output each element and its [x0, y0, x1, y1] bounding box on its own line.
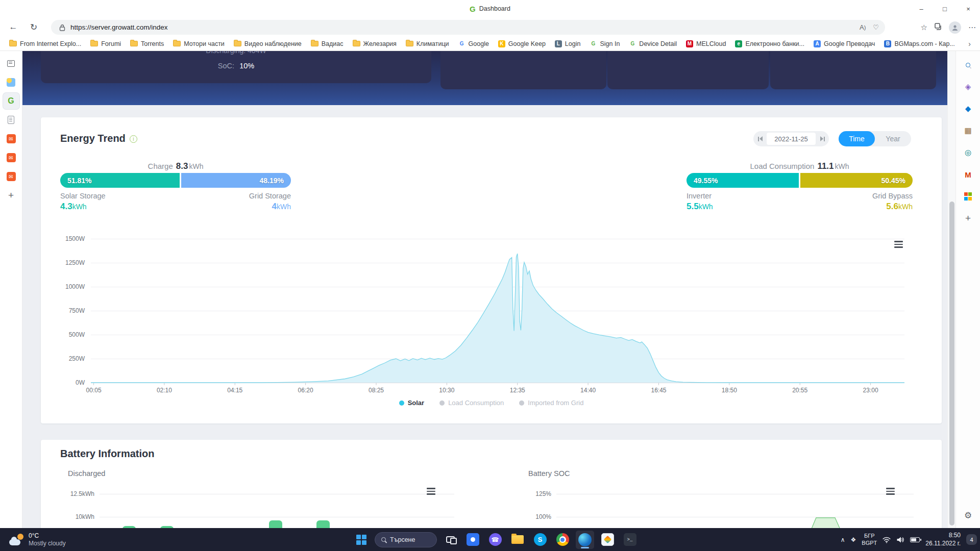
- task-view-button[interactable]: [441, 531, 459, 549]
- back-icon[interactable]: ←: [6, 20, 20, 34]
- tray-expand-icon[interactable]: ∧: [841, 536, 845, 543]
- maximize-button[interactable]: □: [933, 0, 957, 17]
- discharging-text: Discharging: 404W: [206, 51, 266, 55]
- notification-badge[interactable]: 4: [966, 534, 977, 545]
- tab-growatt-icon[interactable]: G: [3, 93, 19, 109]
- refresh-icon[interactable]: ↻: [27, 20, 41, 34]
- app-file-explorer[interactable]: [508, 531, 527, 549]
- settings-more-icon[interactable]: ⋯: [968, 23, 976, 32]
- app-edge[interactable]: [576, 531, 594, 549]
- legend-item[interactable]: Solar: [399, 399, 425, 407]
- tab-mail-1-icon[interactable]: ✉: [3, 131, 19, 147]
- sidebar-tools-icon[interactable]: ▦: [960, 122, 977, 139]
- profile-avatar[interactable]: [949, 21, 961, 34]
- bookmark-item[interactable]: BBGMaps.com - Кар...: [880, 39, 959, 49]
- tab-document-icon[interactable]: [3, 112, 19, 128]
- dropbox-icon[interactable]: ❖: [851, 536, 856, 543]
- app-chrome[interactable]: [553, 531, 572, 549]
- bookmark-item[interactable]: MMELCloud: [682, 39, 730, 49]
- app-terminal[interactable]: >_: [621, 531, 639, 549]
- app-camera[interactable]: [463, 531, 482, 549]
- sidebar-discover-icon[interactable]: ◈: [960, 78, 977, 95]
- dashboard-hero-band: Discharging: 404W SoC: 10%: [22, 51, 947, 105]
- sidebar-msn-icon[interactable]: M: [960, 166, 977, 183]
- active-tab[interactable]: G Dashboard: [0, 0, 980, 17]
- discharged-menu-icon[interactable]: [427, 488, 435, 495]
- browser-essentials-icon[interactable]: ♡: [873, 23, 879, 31]
- bookmark-item[interactable]: GGoogle: [454, 39, 493, 49]
- favorites-icon[interactable]: ☆: [921, 23, 927, 32]
- x-tick-label: 06:20: [285, 387, 326, 394]
- inverter-stat: Inverter 5.5kWh: [687, 192, 713, 212]
- close-button[interactable]: ×: [957, 0, 980, 17]
- sidebar-shopping-icon[interactable]: ◆: [960, 100, 977, 117]
- bookmark-item[interactable]: AGoogle Преводач: [810, 39, 879, 49]
- sidebar-games-icon[interactable]: ◎: [960, 144, 977, 161]
- legend-item[interactable]: Load Consumption: [439, 399, 504, 407]
- sidebar-search-icon[interactable]: [960, 56, 977, 73]
- folder-icon: [173, 41, 181, 46]
- chart-menu-icon[interactable]: [894, 241, 903, 248]
- minimize-button[interactable]: –: [910, 0, 933, 17]
- sidebar-settings-icon[interactable]: ⚙: [956, 510, 980, 521]
- tab-weather-icon[interactable]: [3, 74, 19, 90]
- bookmark-item[interactable]: Железария: [349, 39, 401, 49]
- screen: G Dashboard – □ × ← ↻ https://server.gro…: [0, 0, 980, 551]
- new-tab-button-icon[interactable]: +: [3, 187, 19, 204]
- scrollbar-thumb[interactable]: [949, 202, 954, 525]
- energy-trend-title: Energy Trendi: [60, 133, 137, 144]
- bookmark-item[interactable]: eЕлектронно банки...: [731, 39, 808, 49]
- y-tick-label: 250W: [51, 355, 85, 362]
- bookmark-item[interactable]: Климатици: [402, 39, 453, 49]
- bookmark-item[interactable]: Вадиас: [307, 39, 348, 49]
- next-date-icon[interactable]: [816, 131, 829, 146]
- volume-icon[interactable]: [896, 536, 904, 543]
- tab-time[interactable]: Time: [839, 131, 875, 146]
- vertical-tabs-icon-icon[interactable]: [3, 55, 19, 71]
- page-scrollbar[interactable]: [947, 51, 955, 528]
- taskbar-search[interactable]: Търсене: [375, 532, 437, 547]
- sidebar-office-icon[interactable]: [960, 188, 977, 205]
- tab-year[interactable]: Year: [875, 131, 911, 146]
- legend-item[interactable]: Imported from Grid: [519, 399, 583, 407]
- folder-icon: [234, 41, 241, 46]
- app-skype[interactable]: S: [531, 531, 549, 549]
- app-viber[interactable]: ☎: [486, 531, 504, 549]
- info-icon[interactable]: i: [130, 135, 137, 143]
- windows-taskbar: 0°C Mostly cloudy Търсене ☎S>_ ∧ ❖ БГРBG…: [0, 528, 980, 551]
- tab-mail-3-icon[interactable]: ✉: [3, 168, 19, 185]
- language-switcher[interactable]: БГРBGPT: [862, 533, 877, 546]
- charge-ratio-bar: 51.81% 48.19%: [60, 173, 291, 188]
- bookmark-item[interactable]: GDevice Detail: [625, 39, 681, 49]
- bookmark-item[interactable]: GSign In: [585, 39, 624, 49]
- date-picker[interactable]: 2022-11-25: [753, 131, 829, 146]
- bookmark-item[interactable]: From Internet Explo...: [5, 39, 85, 49]
- bookmark-item[interactable]: KGoogle Keep: [494, 39, 550, 49]
- folder-icon: [90, 41, 98, 46]
- bookmarks-bar-items: From Internet Explo...ForumiTorrentsМото…: [5, 39, 959, 49]
- bookmark-item[interactable]: LLogin: [551, 39, 585, 49]
- bookmark-item[interactable]: Forumi: [86, 39, 125, 49]
- url-text[interactable]: https://server.growatt.com/index: [70, 23, 860, 31]
- battery-icon[interactable]: [910, 537, 920, 542]
- app-photos[interactable]: [598, 531, 617, 549]
- address-bar[interactable]: https://server.growatt.com/index A) ♡: [51, 20, 885, 35]
- energy-area-chart: [91, 239, 904, 388]
- tab-mail-2-icon[interactable]: ✉: [3, 149, 19, 166]
- start-button[interactable]: [352, 531, 371, 549]
- bookmark-item[interactable]: Torrents: [126, 39, 168, 49]
- collections-icon[interactable]: [935, 23, 942, 32]
- load-ratio-bar: 49.55% 50.45%: [687, 173, 913, 188]
- date-value[interactable]: 2022-11-25: [767, 133, 816, 145]
- sidebar-customize-icon[interactable]: +: [960, 210, 977, 227]
- bookmark-item[interactable]: Мотори части: [169, 39, 229, 49]
- weather-widget[interactable]: 0°C Mostly cloudy: [5, 528, 70, 551]
- prev-date-icon[interactable]: [753, 131, 767, 146]
- clock[interactable]: 8:50 26.11.2022 г.: [925, 532, 961, 547]
- wifi-icon[interactable]: [883, 536, 891, 543]
- read-aloud-icon[interactable]: A): [860, 23, 866, 31]
- y-tick-label: 500W: [51, 331, 85, 338]
- bookmark-label: Device Detail: [639, 40, 677, 47]
- bookmark-item[interactable]: Видео наблюдение: [230, 39, 306, 49]
- bookmarks-overflow-icon[interactable]: ›: [964, 40, 975, 48]
